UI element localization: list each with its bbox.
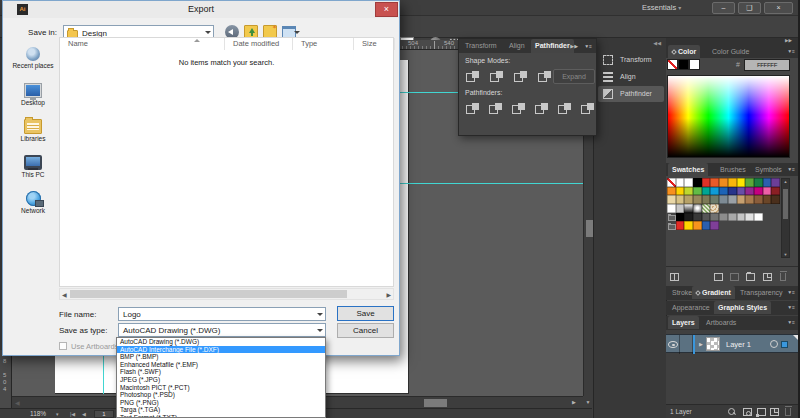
first-artboard-icon[interactable]: |◀: [70, 411, 75, 417]
tab-color[interactable]: Color: [668, 45, 700, 58]
color-swatch[interactable]: [710, 213, 719, 222]
layer-row[interactable]: ▶ Layer 1: [666, 334, 798, 353]
cancel-button[interactable]: Cancel: [337, 323, 394, 338]
workspace-switcher[interactable]: Essentials ▾: [642, 3, 681, 12]
file-name-combobox[interactable]: Logo: [118, 307, 326, 321]
color-swatch[interactable]: [719, 178, 728, 187]
delete-layer-icon[interactable]: [785, 408, 791, 416]
dock-button-align[interactable]: Align: [598, 69, 664, 85]
file-type-option[interactable]: JPEG (*.JPG): [117, 376, 325, 384]
color-swatch[interactable]: [684, 195, 693, 204]
color-swatch[interactable]: [684, 187, 693, 196]
tab-swatches[interactable]: Swatches: [668, 163, 708, 176]
none-swatch[interactable]: [667, 178, 676, 187]
layer-name[interactable]: Layer 1: [726, 340, 751, 349]
tab-align[interactable]: Align: [505, 39, 529, 53]
collapse-dock-icon[interactable]: ◀◀: [653, 40, 661, 46]
color-swatch[interactable]: [754, 195, 763, 204]
column-header-size[interactable]: Size: [354, 38, 395, 50]
color-swatch[interactable]: [710, 221, 719, 230]
scroll-right-icon[interactable]: ▶: [572, 399, 576, 405]
tab-color-guide[interactable]: Color Guide: [708, 45, 753, 58]
tab-symbols[interactable]: Symbols: [751, 163, 786, 176]
scrollbar-thumb[interactable]: [424, 399, 447, 407]
exclude-icon[interactable]: [536, 69, 553, 84]
outline-icon[interactable]: [556, 101, 573, 116]
color-swatch[interactable]: [719, 195, 728, 204]
color-swatch[interactable]: [719, 213, 728, 222]
place-item-this-pc[interactable]: This PC: [7, 155, 59, 189]
color-swatch[interactable]: [693, 213, 702, 222]
color-swatch[interactable]: [719, 187, 728, 196]
color-swatch[interactable]: [771, 178, 780, 187]
color-swatch[interactable]: [737, 213, 746, 222]
color-swatch[interactable]: [745, 187, 754, 196]
panel-menu-icon[interactable]: ▼≡: [787, 289, 795, 295]
place-item-network[interactable]: Network: [7, 191, 59, 225]
pat-tan-swatch[interactable]: [710, 204, 719, 213]
trim-icon[interactable]: [487, 101, 504, 116]
clipping-mask-icon[interactable]: [743, 408, 752, 416]
delete-swatch-icon[interactable]: [780, 273, 786, 281]
zoom-menu-icon[interactable]: ▾: [56, 411, 59, 417]
color-spectrum[interactable]: [667, 75, 790, 158]
scroll-left-icon[interactable]: ◀: [62, 291, 67, 298]
expand-layer-icon[interactable]: ▶: [699, 341, 703, 347]
none-swatch[interactable]: [667, 59, 678, 70]
save-button[interactable]: Save: [337, 306, 394, 321]
color-swatch[interactable]: [710, 195, 719, 204]
place-item-desktop[interactable]: Desktop: [7, 83, 59, 117]
place-item-recent-places[interactable]: Recent places: [7, 47, 59, 81]
place-item-libraries[interactable]: Libraries: [7, 119, 59, 153]
color-swatch[interactable]: [737, 195, 746, 204]
app-close-button[interactable]: ×: [764, 2, 793, 14]
color-swatch[interactable]: [693, 221, 702, 230]
tab-brushes[interactable]: Brushes: [716, 163, 750, 176]
swatch-libraries-icon[interactable]: [670, 273, 679, 281]
tab-graphic-styles[interactable]: Graphic Styles: [714, 301, 771, 314]
file-type-option[interactable]: Enhanced Metafile (*.EMF): [117, 361, 325, 369]
divide-icon[interactable]: [464, 101, 481, 116]
new-swatch-icon[interactable]: [763, 273, 772, 281]
scrollbar-thumb[interactable]: [70, 290, 347, 298]
color-swatch[interactable]: [728, 213, 737, 222]
file-type-option[interactable]: Text Format (*.TXT): [117, 414, 325, 418]
scroll-left-icon[interactable]: ◀: [15, 399, 20, 406]
color-swatch[interactable]: [710, 187, 719, 196]
color-swatch[interactable]: [728, 178, 737, 187]
merge-icon[interactable]: [510, 101, 527, 116]
scroll-up-icon[interactable]: ▲: [782, 179, 789, 184]
color-swatch[interactable]: [754, 187, 763, 196]
color-swatch[interactable]: [763, 178, 772, 187]
color-swatch[interactable]: [676, 187, 685, 196]
tab-transparency[interactable]: Transparency: [736, 286, 787, 299]
dialog-horizontal-scrollbar[interactable]: ◀ ▶: [59, 288, 394, 300]
color-swatch[interactable]: [763, 187, 772, 196]
white-swatch[interactable]: [689, 59, 700, 70]
swatches-scrollbar[interactable]: ▲ ▼: [781, 178, 790, 258]
scroll-down-icon[interactable]: ▼: [583, 396, 593, 408]
color-swatch[interactable]: [745, 213, 754, 222]
expand-panel-icon[interactable]: ▶▶: [570, 43, 578, 49]
scroll-right-icon[interactable]: ▶: [386, 291, 391, 298]
color-group-folder-icon[interactable]: [667, 213, 676, 222]
color-swatch[interactable]: [763, 195, 772, 204]
color-swatch[interactable]: [693, 178, 702, 187]
color-swatch[interactable]: [754, 213, 763, 222]
column-header-type[interactable]: Type: [293, 38, 354, 50]
scrollbar-thumb[interactable]: [783, 189, 788, 219]
zoom-level[interactable]: 118%: [30, 410, 46, 417]
tab-layers[interactable]: Layers: [668, 316, 699, 329]
color-swatch[interactable]: [702, 195, 711, 204]
color-swatch[interactable]: [676, 195, 685, 204]
file-type-option[interactable]: PNG (*.PNG): [117, 399, 325, 407]
tab-gradient[interactable]: Gradient: [692, 286, 735, 299]
panel-menu-icon[interactable]: ▼≡: [787, 166, 795, 172]
file-list[interactable]: NameDate modifiedTypeSize No items match…: [59, 37, 394, 287]
panel-menu-icon[interactable]: ▼≡: [584, 43, 592, 49]
grad-rad-swatch[interactable]: [693, 204, 702, 213]
unite-icon[interactable]: [464, 69, 481, 84]
black-swatch[interactable]: [678, 59, 689, 70]
panel-menu-icon[interactable]: ▼≡: [787, 48, 795, 54]
color-swatch[interactable]: [745, 195, 754, 204]
